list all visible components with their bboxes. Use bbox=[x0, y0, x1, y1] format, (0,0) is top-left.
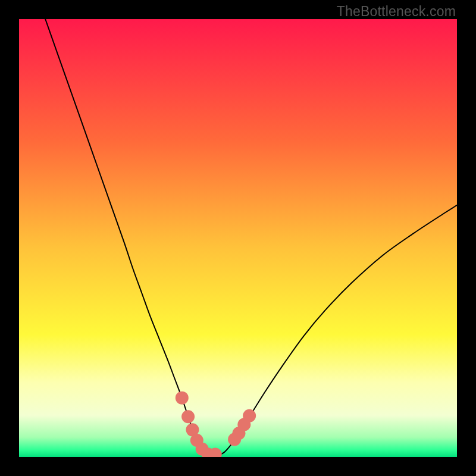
curve-marker bbox=[243, 409, 256, 422]
curve-marker bbox=[181, 410, 195, 423]
curve-marker bbox=[176, 392, 189, 405]
plot-area bbox=[19, 19, 457, 457]
chart-frame: TheBottleneck.com bbox=[0, 0, 476, 476]
chart-svg bbox=[19, 19, 457, 457]
gradient-background bbox=[19, 19, 457, 457]
watermark-text: TheBottleneck.com bbox=[337, 4, 456, 20]
